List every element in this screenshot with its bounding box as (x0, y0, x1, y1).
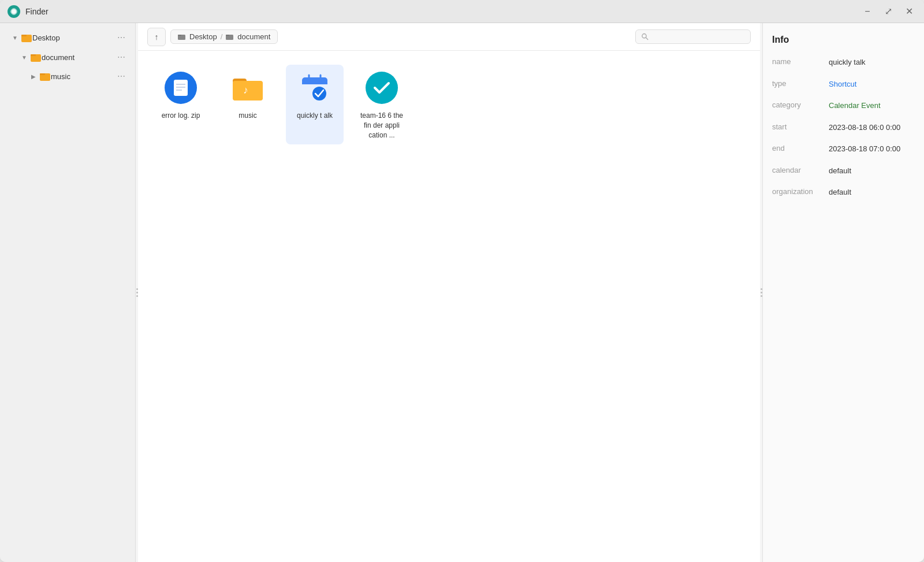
info-key-start: start (772, 122, 824, 131)
info-key-calendar: calendar (772, 165, 824, 174)
svg-rect-24 (302, 82, 327, 84)
toolbar: ↑ Desktop / (138, 23, 760, 51)
svg-text:♪: ♪ (243, 84, 248, 96)
expand-music-icon: ▶ (29, 72, 38, 81)
file-icon-team-166 (363, 69, 400, 106)
folder-icon-document (30, 51, 42, 63)
breadcrumb-folder-icon (178, 33, 186, 41)
content-area: ↑ Desktop / (138, 23, 760, 562)
window-controls: − ⤢ ✕ (859, 3, 917, 20)
info-row-type: type Shortcut (772, 79, 915, 90)
breadcrumb-doc-icon (226, 33, 234, 41)
file-label-quickly-talk: quickly t alk (297, 111, 333, 121)
info-panel-content: Info name quickly talk type Shortcut cat… (763, 23, 924, 220)
app-title: Finder (25, 7, 49, 16)
svg-line-13 (646, 38, 648, 39)
svg-point-12 (642, 34, 646, 38)
sidebar-item-music[interactable]: ▶ music ⋯ (22, 67, 132, 85)
sidebar-item-desktop[interactable]: ▼ Desktop ⋯ (3, 28, 132, 47)
info-row-end: end 2023-08-18 07:0 0:00 (772, 143, 915, 155)
svg-rect-7 (40, 73, 45, 75)
svg-point-1 (12, 9, 16, 14)
info-value-type: Shortcut (829, 79, 915, 90)
close-button[interactable]: ✕ (901, 3, 917, 20)
file-label-error-log-zip: error log. zip (162, 111, 200, 121)
titlebar-left: Finder (7, 5, 49, 18)
info-value-end: 2023-08-18 07:0 0:00 (829, 143, 915, 155)
file-label-music: music (239, 111, 256, 121)
info-panel: Info name quickly talk type Shortcut cat… (762, 23, 924, 562)
info-value-category: Calendar Event (829, 100, 915, 111)
svg-rect-11 (226, 35, 229, 36)
info-key-name: name (772, 57, 824, 66)
file-icon-music: ♪ (229, 69, 266, 106)
app-icon (7, 5, 21, 18)
calendar-check-svg (297, 70, 332, 105)
info-value-calendar: default (829, 165, 915, 177)
file-label-team-166: team-16 6 the fin der appli cation ... (357, 111, 406, 140)
folder-music-svg: ♪ (230, 70, 265, 105)
search-bar[interactable] (635, 29, 751, 44)
search-input[interactable] (652, 32, 744, 41)
file-grid: error log. zip ♪ (138, 51, 760, 562)
sidebar-item-document[interactable]: ▼ document ⋯ (13, 48, 132, 66)
file-item-team-166[interactable]: team-16 6 the fin der appli cation ... (353, 65, 411, 144)
info-row-start: start 2023-08-18 06:0 0:00 (772, 122, 915, 133)
breadcrumb: Desktop / document (170, 29, 278, 44)
info-key-type: type (772, 79, 824, 88)
file-icon-quickly-talk (296, 69, 333, 106)
finder-window: Finder − ⤢ ✕ ▼ Desktop ⋯ ▼ (0, 0, 924, 562)
info-row-calendar: calendar default (772, 165, 915, 177)
search-icon (642, 33, 649, 40)
titlebar: Finder − ⤢ ✕ (0, 0, 924, 23)
svg-rect-3 (21, 35, 27, 36)
svg-point-28 (366, 72, 398, 104)
up-button[interactable]: ↑ (147, 28, 166, 46)
breadcrumb-document-label[interactable]: document (237, 32, 270, 41)
info-value-name: quickly talk (829, 57, 915, 68)
expand-desktop-icon: ▼ (10, 33, 20, 42)
info-row-organization: organization default (772, 187, 915, 198)
sidebar: ▼ Desktop ⋯ ▼ document ⋯ (0, 23, 136, 562)
info-key-end: end (772, 143, 824, 152)
main-layout: ▼ Desktop ⋯ ▼ document ⋯ (0, 23, 924, 562)
svg-point-27 (312, 87, 326, 101)
info-panel-title: Info (772, 35, 915, 45)
svg-rect-9 (178, 35, 181, 36)
sidebar-label-desktop: Desktop (32, 34, 116, 42)
info-key-category: category (772, 100, 824, 109)
sidebar-children-desktop: ▼ document ⋯ ▶ (0, 47, 135, 86)
calendar-event-svg (364, 70, 399, 105)
breadcrumb-desktop-folder-icon (178, 33, 186, 41)
more-options-music[interactable]: ⋯ (116, 70, 127, 82)
folder-icon-music (39, 70, 51, 82)
file-icon-error-log (162, 69, 199, 106)
info-row-name: name quickly talk (772, 57, 915, 68)
sidebar-label-music: music (51, 72, 116, 81)
minimize-button[interactable]: − (859, 3, 875, 20)
breadcrumb-desktop-label[interactable]: Desktop (189, 32, 217, 41)
breadcrumb-document-folder-icon (226, 33, 234, 41)
maximize-button[interactable]: ⤢ (880, 3, 896, 20)
sidebar-children-document: ▶ music ⋯ (9, 67, 135, 85)
info-value-organization: default (829, 187, 915, 198)
file-item-error-log-zip[interactable]: error log. zip (152, 65, 210, 144)
zip-icon-svg (163, 70, 198, 105)
more-options-document[interactable]: ⋯ (116, 51, 127, 63)
file-item-quickly-talk[interactable]: quickly t alk (286, 65, 344, 144)
more-options-desktop[interactable]: ⋯ (116, 32, 127, 43)
info-value-start: 2023-08-18 06:0 0:00 (829, 122, 915, 133)
file-item-music[interactable]: ♪ music (219, 65, 277, 144)
info-key-organization: organization (772, 187, 824, 196)
expand-document-icon: ▼ (20, 53, 29, 62)
svg-rect-5 (31, 54, 36, 56)
info-row-category: category Calendar Event (772, 100, 915, 111)
sidebar-label-document: document (42, 53, 116, 62)
breadcrumb-separator: / (221, 32, 223, 41)
folder-icon-desktop (21, 32, 32, 43)
